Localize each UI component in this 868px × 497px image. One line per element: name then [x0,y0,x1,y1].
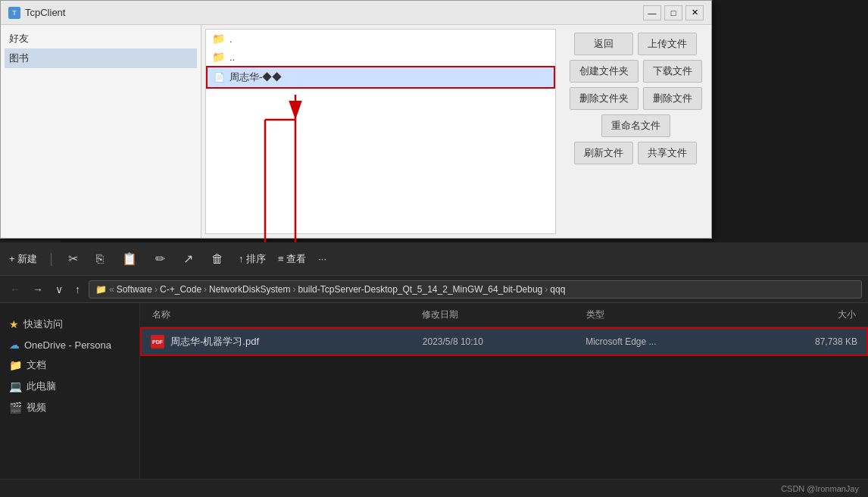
explorer-status: CSDN @IronmanJay [0,479,868,497]
cloud-icon: ☁ [9,339,20,351]
btn-row-3: 删除文件夹 删除文件 [566,87,705,110]
explorer-main: ★ 快速访问 ☁ OneDrive - Persona 📁 文档 💻 此电脑 🎬 [0,303,868,479]
file-explorer: + 新建 | ✂ ⎘ 📋 ✏ ↗ 🗑 ↑ 排序 ≡ 查看 ··· ← → ∨ ↑… [0,242,868,497]
path-build[interactable]: build-TcpServer-Desktop_Qt_5_14_2_MinGW_… [298,284,542,295]
back-button[interactable]: 返回 [574,33,633,55]
tcp-client-window: T TcpClient — □ ✕ 好友 图书 📁 . 📁 .. 📄 [0,0,712,239]
explorer-filelist: 名称 修改日期 类型 大小 PDF 周志华-机器学习.pdf 2023/5/8 … [140,303,868,479]
nav-back-button[interactable]: ← [6,281,24,298]
rename-icon[interactable]: ✏ [152,248,168,269]
file-row-name-text: 周志华-机器学习.pdf [170,335,259,349]
folder-icon-2: 📁 [212,51,225,63]
delete-icon[interactable]: 🗑 [208,249,226,269]
download-button[interactable]: 下载文件 [643,60,702,83]
tcp-titlebar: T TcpClient — □ ✕ [1,1,711,25]
file-row-size: 87,738 KB [748,336,857,347]
folder-icon: 📁 [212,33,225,45]
share-button[interactable]: 共享文件 [638,142,697,164]
sidebar-item-documents[interactable]: 📁 文档 [0,355,139,376]
col-header-name[interactable]: 名称 [149,307,419,323]
sidebar-item-computer[interactable]: 💻 此电脑 [0,376,139,397]
new-button[interactable]: + 新建 [9,252,37,266]
more-button[interactable]: ··· [318,253,326,264]
file-row-pdf[interactable]: PDF 周志华-机器学习.pdf 2023/5/8 10:10 Microsof… [140,327,868,356]
friend-item-tushu[interactable]: 图书 [5,48,197,68]
computer-icon: 💻 [9,380,22,392]
sidebar-item-videos[interactable]: 🎬 视频 [0,397,139,418]
explorer-addressbar: ← → ∨ ↑ 📁 « Software › C-+_Code › Networ… [0,276,868,303]
col-header-type[interactable]: 类型 [583,307,748,323]
path-software[interactable]: Software [117,284,152,295]
col-header-date[interactable]: 修改日期 [419,307,583,323]
status-text: CSDN @IronmanJay [781,484,859,493]
delete-folder-button[interactable]: 删除文件夹 [570,87,639,110]
path-code[interactable]: C-+_Code [160,284,201,295]
sidebar-item-onedrive[interactable]: ☁ OneDrive - Persona [0,335,139,355]
folder-yellow-icon: 📁 [9,359,22,371]
share-icon[interactable]: ↗ [180,248,196,269]
path-network[interactable]: NetworkDiskSystem [209,284,290,295]
tcp-title-left: T TcpClient [8,7,65,19]
pdf-icon: PDF [151,335,164,349]
sidebar-label-documents: 文档 [27,358,46,372]
tcp-title-icon: T [8,7,20,19]
delete-file-button[interactable]: 删除文件 [643,87,702,110]
create-folder-button[interactable]: 创建文件夹 [570,60,639,83]
sort-button[interactable]: ↑ 排序 [239,252,266,266]
file-item-dot-label: . [229,33,233,45]
explorer-toolbar: + 新建 | ✂ ⎘ 📋 ✏ ↗ 🗑 ↑ 排序 ≡ 查看 ··· [0,242,868,276]
nav-down-button[interactable]: ∨ [52,281,67,298]
file-row-type: Microsoft Edge ... [585,336,748,347]
toolbar-sep-1: | [49,251,53,267]
tcp-content: 好友 图书 📁 . 📁 .. 📄 周志华-◆◆ 返回 上传文件 [1,25,711,238]
address-path[interactable]: 📁 « Software › C-+_Code › NetworkDiskSys… [89,280,862,299]
rename-button[interactable]: 重命名文件 [601,114,670,137]
minimize-button[interactable]: — [643,5,661,20]
tcp-friend-list: 好友 图书 [1,25,201,238]
sidebar-label-computer: 此电脑 [27,380,56,393]
sidebar-section-1: ★ 快速访问 ☁ OneDrive - Persona 📁 文档 💻 此电脑 🎬 [0,314,139,418]
folder-small-icon: 📁 [95,284,107,295]
btn-row-4: 重命名文件 [566,114,705,137]
close-button[interactable]: ✕ [685,5,704,20]
upload-button[interactable]: 上传文件 [638,33,697,55]
filelist-header: 名称 修改日期 类型 大小 [140,303,868,327]
nav-up-button[interactable]: ↑ [71,281,84,298]
doc-icon: 📄 [214,72,225,83]
file-item-dotdot-label: .. [229,52,235,63]
file-item-dotdot[interactable]: 📁 .. [206,48,555,66]
file-item-zhou-label: 周志华-◆◆ [229,70,282,84]
col-header-size[interactable]: 大小 [748,307,859,323]
file-item-zhou[interactable]: 📄 周志华-◆◆ [206,66,555,89]
cut-icon[interactable]: ✂ [65,248,81,269]
file-row-name: PDF 周志华-机器学习.pdf [151,335,423,349]
friend-item-haoyou[interactable]: 好友 [5,29,197,48]
view-button[interactable]: ≡ 查看 [278,252,306,266]
tcp-title-text: TcpClient [25,7,65,18]
nav-forward-button[interactable]: → [29,281,47,298]
btn-row-2: 创建文件夹 下载文件 [566,60,705,83]
sidebar-item-quickaccess[interactable]: ★ 快速访问 [0,314,139,335]
btn-row-1: 返回 上传文件 [566,33,705,55]
explorer-sidebar: ★ 快速访问 ☁ OneDrive - Persona 📁 文档 💻 此电脑 🎬 [0,303,140,479]
file-item-dot[interactable]: 📁 . [206,30,555,48]
file-row-date: 2023/5/8 10:10 [423,336,585,347]
btn-row-5: 刷新文件 共享文件 [566,142,705,164]
maximize-button[interactable]: □ [664,5,682,20]
star-icon: ★ [9,318,19,330]
paste-icon[interactable]: 📋 [119,248,140,269]
sidebar-label-onedrive: OneDrive - Persona [24,339,111,351]
video-icon: 🎬 [9,402,22,414]
tcp-file-panel: 📁 . 📁 .. 📄 周志华-◆◆ [205,29,556,234]
refresh-button[interactable]: 刷新文件 [574,142,633,164]
tcp-button-panel: 返回 上传文件 创建文件夹 下载文件 删除文件夹 删除文件 重命名文件 刷新文件… [560,25,711,238]
tcp-title-controls: — □ ✕ [643,5,704,20]
copy-icon[interactable]: ⎘ [93,249,107,269]
path-qqq[interactable]: qqq [550,284,565,295]
sidebar-label-videos: 视频 [27,401,46,414]
sidebar-label-quickaccess: 快速访问 [23,317,63,331]
